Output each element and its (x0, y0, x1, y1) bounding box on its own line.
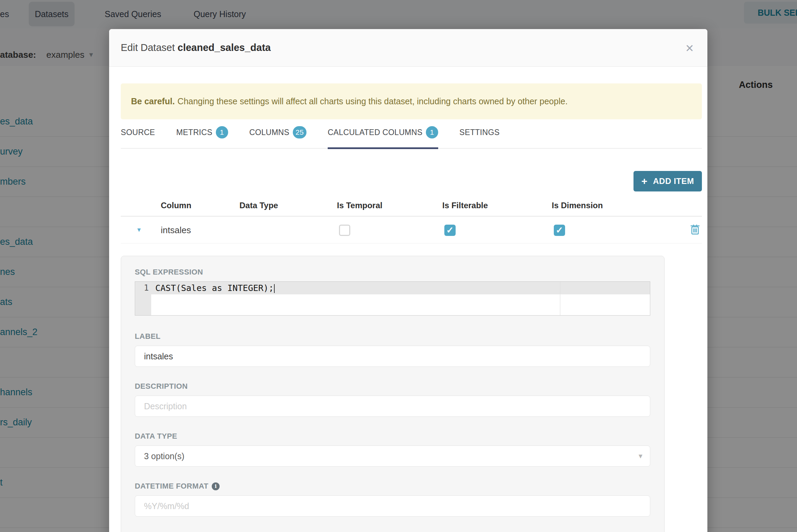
check-icon: ✓ (446, 225, 454, 236)
info-icon[interactable]: i (212, 482, 220, 490)
calculated-column-row: ▼ intsales ✓ ✓ (121, 218, 702, 242)
tab-metrics[interactable]: METRICS 1 (176, 125, 228, 148)
data-type-selected-value: 3 option(s) (144, 451, 184, 461)
plus-icon: + (641, 175, 648, 187)
editor-cursor (274, 284, 275, 293)
is-filterable-checkbox[interactable]: ✓ (444, 225, 456, 236)
modal-title-dataset-name: cleaned_sales_data (178, 42, 271, 53)
editor-print-margin (560, 282, 560, 315)
warning-bold-text: Be careful. (131, 96, 175, 106)
is-dimension-checkbox[interactable]: ✓ (554, 225, 565, 236)
header-is-filterable: Is Filterable (442, 201, 552, 210)
is-temporal-checkbox[interactable] (339, 225, 350, 236)
tab-settings-label: SETTINGS (459, 128, 499, 137)
warning-text: Changing these settings will affect all … (178, 96, 568, 106)
header-data-type: Data Type (239, 201, 337, 210)
tab-columns[interactable]: COLUMNS 25 (249, 125, 306, 148)
label-input[interactable] (135, 346, 650, 367)
tab-columns-label: COLUMNS (249, 128, 289, 137)
check-icon: ✓ (556, 225, 563, 236)
trash-icon (690, 224, 700, 235)
tab-calculated-columns[interactable]: CALCULATED COLUMNS 1 (328, 125, 438, 148)
close-icon[interactable]: ✕ (682, 41, 697, 56)
header-is-temporal: Is Temporal (337, 201, 442, 210)
label-field-label-text: LABEL (135, 332, 160, 341)
tab-columns-badge: 25 (293, 126, 306, 138)
description-field-label-text: DESCRIPTION (135, 382, 188, 391)
delete-column-button[interactable] (690, 224, 700, 236)
warning-banner: Be careful. Changing these settings will… (121, 83, 702, 119)
collapse-caret-icon[interactable]: ▼ (136, 227, 161, 234)
editor-line-number: 1 (135, 282, 149, 294)
modal-tabs: SOURCE METRICS 1 COLUMNS 25 CALCULATED C… (121, 125, 702, 149)
add-item-button[interactable]: + ADD ITEM (633, 171, 702, 191)
row-divider (121, 243, 702, 243)
data-type-field-label-text: DATA TYPE (135, 432, 177, 441)
description-field-label: DESCRIPTION (135, 382, 650, 391)
caret-down-icon: ▾ (639, 452, 642, 461)
tab-calculated-columns-label: CALCULATED COLUMNS (328, 128, 422, 137)
header-is-dimension: Is Dimension (552, 201, 678, 210)
header-column: Column (161, 201, 239, 210)
calculated-column-detail-panel: SQL EXPRESSION 1 CAST(Sales as INTEGER);… (121, 256, 665, 532)
sql-expression-editor[interactable]: 1 CAST(Sales as INTEGER); (135, 281, 650, 316)
modal-title-prefix: Edit Dataset (121, 42, 175, 53)
column-name: intsales (161, 225, 239, 236)
columns-table-header: Column Data Type Is Temporal Is Filterab… (121, 196, 702, 215)
description-input[interactable] (135, 396, 650, 417)
sql-expression-label-text: SQL EXPRESSION (135, 268, 203, 277)
modal-title: Edit Dataset cleaned_sales_data (121, 42, 271, 53)
tab-metrics-badge: 1 (216, 126, 228, 138)
tab-settings[interactable]: SETTINGS (459, 125, 499, 148)
datetime-format-label-text: DATETIME FORMAT (135, 482, 208, 491)
data-type-select[interactable]: 3 option(s) ▾ (135, 445, 650, 467)
header-divider (121, 216, 702, 217)
label-field-label: LABEL (135, 332, 650, 341)
edit-dataset-modal: Edit Dataset cleaned_sales_data ✕ Be car… (109, 29, 707, 532)
tab-metrics-label: METRICS (176, 128, 212, 137)
data-type-field-label: DATA TYPE (135, 432, 650, 441)
tab-source[interactable]: SOURCE (121, 125, 155, 148)
datetime-format-field-label: DATETIME FORMAT i (135, 482, 650, 491)
sql-expression-label: SQL EXPRESSION (135, 268, 650, 277)
editor-code-line[interactable]: CAST(Sales as INTEGER); (155, 282, 275, 294)
modal-header: Edit Dataset cleaned_sales_data ✕ (109, 29, 707, 67)
sql-code-text: CAST(Sales as INTEGER); (155, 283, 274, 293)
tab-source-label: SOURCE (121, 128, 155, 137)
tab-calculated-columns-badge: 1 (426, 126, 438, 138)
datetime-format-input[interactable] (135, 495, 650, 517)
add-item-label: ADD ITEM (653, 176, 694, 186)
